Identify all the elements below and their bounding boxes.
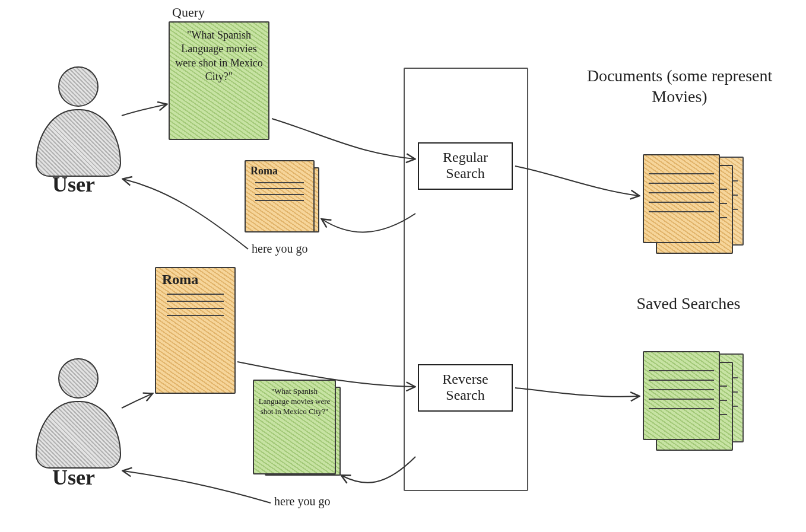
roma-result-title: Roma	[250, 165, 309, 177]
user-icon	[36, 66, 121, 177]
user-label-top: User	[52, 172, 95, 197]
query-heading: Query	[172, 5, 205, 20]
documents-heading: Documents (some represent Movies)	[576, 65, 783, 107]
query-card: "What Spanish Language movies were shot …	[169, 21, 269, 140]
system-container	[404, 68, 528, 491]
regular-search-box: Regular Search	[418, 142, 513, 190]
user-icon	[36, 358, 121, 469]
roma-input-title: Roma	[162, 272, 229, 288]
here-you-go-label: here you go	[252, 242, 307, 256]
roma-input-card: Roma	[155, 267, 236, 394]
document-card	[643, 154, 720, 243]
saved-search-card	[643, 351, 720, 440]
reverse-result-text: "What Spanish Language movies were shot …	[258, 387, 331, 417]
reverse-result-card: "What Spanish Language movies were shot …	[253, 380, 336, 474]
reverse-search-box: Reverse Search	[418, 364, 513, 412]
here-you-go-label: here you go	[274, 495, 330, 508]
roma-result-card: Roma	[245, 160, 315, 232]
saved-searches-heading: Saved Searches	[599, 293, 778, 314]
user-label-bottom: User	[52, 465, 95, 490]
query-text: "What Spanish Language movies were shot …	[174, 28, 264, 84]
